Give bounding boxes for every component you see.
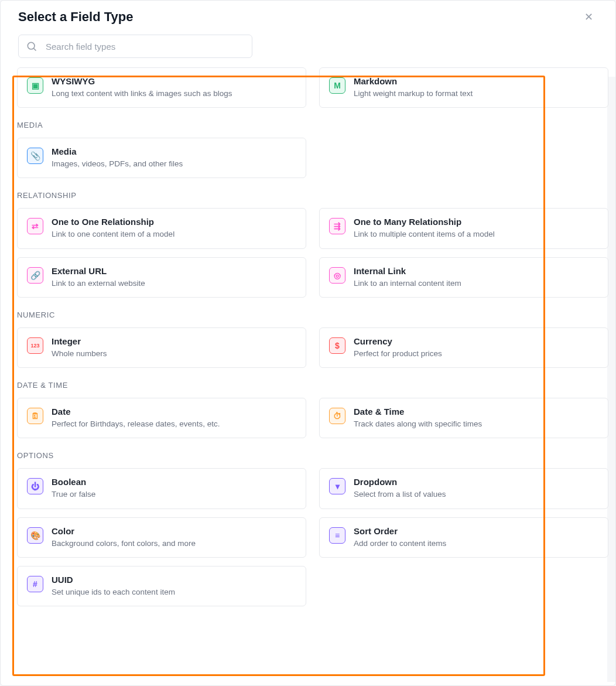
svg-line-1 — [34, 49, 36, 51]
card-subtitle: Long text content with links & images su… — [52, 88, 232, 99]
field-card-markdown[interactable]: MMarkdownLight weight markup to format t… — [319, 67, 608, 108]
card-subtitle: Whole numbers — [52, 349, 107, 359]
one-to-one-icon: ⇄ — [27, 218, 43, 234]
section-label: RELATIONSHIP — [17, 191, 608, 200]
clock-icon: ⏱ — [329, 408, 345, 424]
toggle-icon: ⏻ — [27, 478, 43, 494]
card-title: Internal Link — [354, 266, 461, 276]
field-card-date[interactable]: 🗓DatePerfect for Birthdays, release date… — [17, 398, 306, 438]
integer-icon: 123 — [27, 337, 43, 354]
cards-grid: ▣WYSIWYGLong text content with links & i… — [17, 67, 608, 108]
card-title: Markdown — [354, 76, 473, 86]
hash-icon: # — [27, 576, 43, 592]
section-label: OPTIONS — [17, 451, 608, 460]
one-to-many-icon: ⇶ — [329, 218, 345, 234]
card-text: CurrencyPerfect for product prices — [354, 336, 442, 359]
card-title: Currency — [354, 336, 442, 346]
close-icon: ✕ — [584, 11, 593, 23]
search-row — [1, 26, 615, 67]
section-datetime: DATE & TIME🗓DatePerfect for Birthdays, r… — [17, 381, 608, 438]
field-card-dropdown[interactable]: ▾DropdownSelect from a list of values — [319, 468, 608, 508]
card-text: DatePerfect for Birthdays, release dates… — [52, 407, 220, 429]
card-subtitle: Set unique ids to each content item — [52, 587, 175, 598]
card-title: Dropdown — [354, 477, 446, 487]
section-label: DATE & TIME — [17, 381, 608, 390]
modal-select-field-type: Select a Field Type ✕ ▣WYSIWYGLong text … — [0, 0, 616, 686]
card-title: External URL — [52, 266, 145, 276]
attachment-icon: 📎 — [27, 148, 43, 164]
card-subtitle: Link to an internal content item — [354, 278, 461, 289]
card-text: Date & TimeTrack dates along with specif… — [354, 407, 482, 429]
card-text: External URLLink to an external website — [52, 266, 145, 289]
card-text: BooleanTrue or false — [52, 477, 95, 500]
cards-grid: 🗓DatePerfect for Birthdays, release date… — [17, 398, 608, 438]
field-card-currency[interactable]: $CurrencyPerfect for product prices — [319, 327, 608, 368]
field-card-sort-order[interactable]: ≡Sort OrderAdd order to content items — [319, 517, 608, 558]
card-subtitle: Images, videos, PDFs, and other files — [52, 159, 183, 169]
card-title: UUID — [52, 575, 175, 585]
card-text: One to One RelationshipLink to one conte… — [52, 217, 174, 240]
field-card-color[interactable]: 🎨ColorBackground colors, font colors, an… — [17, 517, 306, 558]
internal-link-icon: ◎ — [329, 267, 345, 284]
card-subtitle: Perfect for Birthdays, release dates, ev… — [52, 419, 220, 429]
field-type-list: ▣WYSIWYGLong text content with links & i… — [1, 67, 615, 674]
field-card-boolean[interactable]: ⏻BooleanTrue or false — [17, 468, 306, 508]
card-title: WYSIWYG — [52, 76, 232, 86]
section-media: MEDIA📎MediaImages, videos, PDFs, and oth… — [17, 121, 608, 178]
list-order-icon: ≡ — [329, 527, 345, 544]
card-subtitle: Link to one content item of a model — [52, 229, 174, 240]
card-title: Date — [52, 407, 220, 417]
card-text: MarkdownLight weight markup to format te… — [354, 76, 473, 99]
card-subtitle: Link to multiple content items of a mode… — [354, 229, 495, 240]
section-relationship: RELATIONSHIP⇄One to One RelationshipLink… — [17, 191, 608, 297]
search-box[interactable] — [18, 35, 252, 58]
dropdown-icon: ▾ — [329, 478, 345, 494]
card-subtitle: True or false — [52, 489, 95, 500]
cards-grid: 📎MediaImages, videos, PDFs, and other fi… — [17, 138, 608, 178]
card-text: IntegerWhole numbers — [52, 336, 107, 359]
close-button[interactable]: ✕ — [579, 8, 598, 26]
section-numeric: NUMERIC123IntegerWhole numbers$CurrencyP… — [17, 310, 608, 368]
card-title: Date & Time — [354, 407, 482, 417]
card-text: One to Many RelationshipLink to multiple… — [354, 217, 495, 240]
section-text: ▣WYSIWYGLong text content with links & i… — [17, 67, 608, 108]
card-subtitle: Track dates along with specific times — [354, 419, 482, 429]
section-options: OPTIONS⏻BooleanTrue or false▾DropdownSel… — [17, 451, 608, 606]
card-text: DropdownSelect from a list of values — [354, 477, 446, 500]
card-text: ColorBackground colors, font colors, and… — [52, 526, 196, 549]
card-text: UUIDSet unique ids to each content item — [52, 575, 175, 598]
field-card-uuid[interactable]: #UUIDSet unique ids to each content item — [17, 566, 306, 606]
card-subtitle: Link to an external website — [52, 278, 145, 289]
card-subtitle: Background colors, font colors, and more — [52, 538, 196, 549]
search-icon — [26, 40, 37, 52]
card-title: Integer — [52, 336, 107, 346]
card-text: WYSIWYGLong text content with links & im… — [52, 76, 232, 99]
wysiwyg-icon: ▣ — [27, 77, 43, 94]
field-card-date-time[interactable]: ⏱Date & TimeTrack dates along with speci… — [319, 398, 608, 438]
card-subtitle: Add order to content items — [354, 538, 446, 549]
calendar-icon: 🗓 — [27, 408, 43, 424]
section-label: MEDIA — [17, 121, 608, 129]
card-title: Boolean — [52, 477, 95, 487]
search-input[interactable] — [45, 41, 245, 52]
currency-icon: $ — [329, 337, 345, 354]
field-card-one-to-many[interactable]: ⇶One to Many RelationshipLink to multipl… — [319, 208, 608, 248]
card-text: Internal LinkLink to an internal content… — [354, 266, 461, 289]
card-title: Media — [52, 146, 183, 156]
field-card-one-to-one[interactable]: ⇄One to One RelationshipLink to one cont… — [17, 208, 306, 248]
cards-grid: ⇄One to One RelationshipLink to one cont… — [17, 208, 608, 297]
card-title: Sort Order — [354, 526, 446, 536]
card-subtitle: Select from a list of values — [354, 489, 446, 500]
cards-grid: ⏻BooleanTrue or false▾DropdownSelect fro… — [17, 468, 608, 606]
field-card-external-url[interactable]: 🔗External URLLink to an external website — [17, 257, 306, 298]
modal-title: Select a Field Type — [18, 9, 133, 25]
link-icon: 🔗 — [27, 267, 43, 284]
card-text: Sort OrderAdd order to content items — [354, 526, 446, 549]
field-card-integer[interactable]: 123IntegerWhole numbers — [17, 327, 306, 368]
field-card-internal-link[interactable]: ◎Internal LinkLink to an internal conten… — [319, 257, 608, 298]
markdown-icon: M — [329, 77, 345, 94]
card-title: Color — [52, 526, 196, 536]
card-text: MediaImages, videos, PDFs, and other fil… — [52, 146, 183, 169]
field-card-media[interactable]: 📎MediaImages, videos, PDFs, and other fi… — [17, 138, 306, 178]
field-card-wysiwyg[interactable]: ▣WYSIWYGLong text content with links & i… — [17, 67, 306, 108]
